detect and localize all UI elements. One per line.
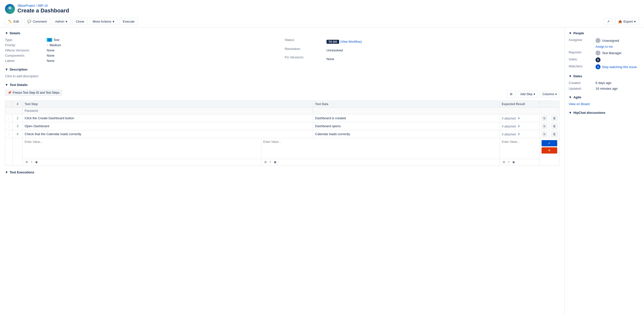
description-section: ▼ Description Click to add description [5,68,560,78]
test-executions-section-header[interactable]: ▼ Test Executions [5,170,560,174]
new-result-input[interactable] [500,138,539,158]
data-editor-toolbar: ⊞ ? ◼ [261,159,500,165]
priority-value: ↑ Medium [47,43,280,47]
type-icon: 🔵 [47,38,52,42]
description-placeholder[interactable]: Click to add description [5,74,560,78]
type-label: Type: [5,38,45,42]
stop-watching-link[interactable]: Stop watching this issue [602,65,636,69]
data-format-btn-1[interactable]: ⊞ [263,160,268,164]
delete-step-button[interactable]: 🗑 [551,123,558,129]
test-details-section-header[interactable]: ▼ Test Details [5,83,560,87]
delete-step-button[interactable]: 🗑 [551,115,558,121]
share-button[interactable]: ↗ [604,18,613,25]
result-format-btn-2[interactable]: ? [507,160,510,164]
add-attachment-button[interactable]: + [518,116,520,120]
comment-icon: 💬 [27,20,31,23]
action-editor-toolbar: ⊞ ? ◼ [23,159,261,165]
hipchat-section-header[interactable]: ▼ HipChat discussions [569,111,640,114]
more-actions-button[interactable]: More Actions ▾ [90,18,118,25]
details-section-header[interactable]: ▼ Details [5,31,560,35]
priority-icon: ↑ [47,43,48,47]
people-section: ▼ People Assignee: Unassigned Assign to … [569,31,640,69]
new-step-row: ⊞ ? ◼ ⊞ ? ◼ [5,138,560,165]
assign-to-me-link[interactable]: Assign to me [596,45,640,48]
created-value: 6 days ago [596,81,640,85]
issue-id-link[interactable]: SBP-16 [38,4,48,7]
agile-section: ▼ Agile View on Board [569,95,640,106]
delete-step-button[interactable]: 🗑 [551,131,558,137]
attached-count: 0 attached [502,125,516,128]
page-title: Create a Dashboard [18,7,69,14]
dates-section: ▼ Dates Created: 6 days ago Updated: 16 … [569,74,640,90]
step-number: 3 [13,122,23,130]
people-section-header[interactable]: ▼ People [569,31,640,35]
details-section: ▼ Details Type: 🔵 Test Priority: ↑ Mediu… [5,31,560,63]
details-grid: Type: 🔵 Test Priority: ↑ Medium Affects … [5,38,560,63]
export-button[interactable]: 📤 Export ▾ [615,18,639,25]
step-result: Dashboard is created [313,114,500,122]
dates-grid: Created: 6 days ago Updated: 16 minutes … [569,81,640,90]
result-format-btn-3[interactable]: ◼ [512,160,516,164]
copy-table-button[interactable]: ⧉ [507,90,516,98]
project-link[interactable]: SBearProject [18,4,35,7]
step-number: 4 [13,130,23,138]
step-attached: 0 attached + [500,122,540,130]
votes-badge: 0 [596,57,600,62]
page-header: SBearProject / SBP-16 Create a Dashboard [0,0,644,16]
affects-label: Affects Version/s: [5,48,45,52]
copy-step-button[interactable]: ⧉ [542,131,547,137]
edit-button[interactable]: ✏️ Edit [5,18,22,25]
action-format-btn-1[interactable]: ⊞ [24,160,29,164]
add-attachment-button[interactable]: + [518,132,520,136]
new-data-input[interactable] [261,138,500,158]
col-copy-header [540,101,550,108]
labels-label: Labels: [5,59,45,63]
view-workflow-link[interactable]: (View Workflow) [340,40,362,43]
cancel-new-step-button[interactable]: ✕ [542,147,557,154]
result-format-btn-1[interactable]: ⊞ [502,160,506,164]
data-format-btn-3[interactable]: ◼ [273,160,277,164]
admin-chevron-icon: ▾ [66,20,68,23]
result-editor-toolbar: ⊞ ? ◼ [500,159,539,165]
description-toggle-icon: ▼ [5,68,8,71]
description-section-header[interactable]: ▼ Description [5,68,560,71]
watchers-value: 1 Stop watching this issue [596,64,640,69]
action-format-btn-3[interactable]: ◼ [34,160,38,164]
save-new-step-button[interactable]: ✓ [542,140,557,146]
watchers-badge: 1 [596,64,600,69]
main-layout: ▼ Details Type: 🔵 Test Priority: ↑ Mediu… [0,27,644,316]
view-on-board-link[interactable]: View on Board [569,102,590,106]
copy-step-button[interactable]: ⧉ [542,123,547,129]
data-format-btn-2[interactable]: ? [268,160,272,164]
new-action-input[interactable] [23,138,261,158]
add-step-button[interactable]: Add Step ▾ [518,91,538,97]
comment-button[interactable]: 💬 Comment [24,18,50,25]
copy-step-button[interactable]: ⧉ [542,115,547,121]
dates-section-header[interactable]: ▼ Dates [569,74,640,78]
step-attached: 0 attached + [500,114,540,122]
fix-version-label: Fix Version/s: [285,55,324,63]
action-format-btn-2[interactable]: ? [30,160,33,164]
status-label: Status: [285,38,324,45]
status-value: TO DO (View Workflow) [326,38,560,45]
created-label: Created: [569,81,594,85]
people-toggle-icon: ▼ [569,31,572,35]
col-del-header [550,101,560,108]
password-row: Password: [5,108,560,114]
admin-button[interactable]: Admin ▾ [52,18,70,25]
columns-button[interactable]: Columns ▾ [540,91,560,97]
clone-button[interactable]: Clone [72,18,88,25]
delete-step-cell: 🗑 [550,130,560,138]
add-attachment-button[interactable]: + [518,124,520,128]
component-value: None [47,54,280,57]
agile-section-header[interactable]: ▼ Agile [569,95,640,99]
affects-value: None [47,48,280,52]
step-attached: 0 attached + [500,130,540,138]
password-label: Password: [23,108,313,114]
execute-button[interactable]: Execute [120,18,138,25]
type-value: 🔵 Test [47,38,280,42]
copy-step-cell: ⧉ [540,130,550,138]
freeze-button[interactable]: 📌 Freeze Test Step ID and Test Steps [5,90,62,96]
attached-count: 0 attached [502,117,516,120]
test-executions-toggle-icon: ▼ [5,170,8,174]
